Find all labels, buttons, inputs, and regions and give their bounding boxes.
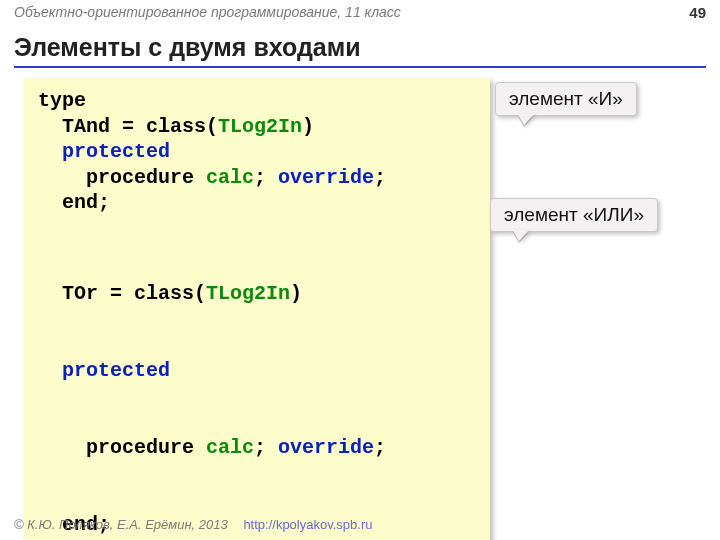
code-line: TOr = class(TLog2In) — [38, 281, 476, 307]
course-label: Объектно-ориентированное программировани… — [14, 4, 401, 21]
header: Объектно-ориентированное программировани… — [0, 0, 720, 23]
code-line: procedure calc; override; — [38, 165, 476, 191]
footer-url: http://kpolyakov.spb.ru — [243, 517, 372, 532]
code-line: type — [38, 88, 476, 114]
callout-and: элемент «И» — [495, 82, 637, 116]
copyright: © К.Ю. Поляков, Е.А. Ерёмин, 2013 — [14, 517, 228, 532]
code-line: protected — [38, 139, 476, 165]
page-number: 49 — [689, 4, 706, 21]
slide-title: Элементы с двумя входами — [14, 33, 706, 68]
footer: © К.Ю. Поляков, Е.А. Ерёмин, 2013 http:/… — [14, 517, 372, 532]
code-line: procedure calc; override; — [38, 435, 476, 461]
code-line: end; — [38, 190, 476, 216]
callout-or: элемент «ИЛИ» — [490, 198, 658, 232]
code-line: protected — [38, 358, 476, 384]
code-line: TAnd = class(TLog2In) — [38, 114, 476, 140]
code-block: type TAnd = class(TLog2In) protected pro… — [24, 78, 490, 540]
